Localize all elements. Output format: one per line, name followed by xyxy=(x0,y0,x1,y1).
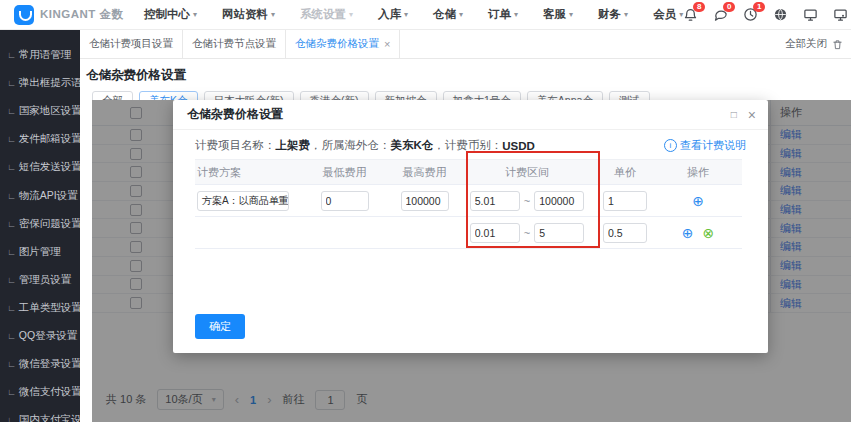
confirm-button[interactable]: 确定 xyxy=(195,314,245,339)
tab-close-icon[interactable]: × xyxy=(384,38,390,50)
col-header-price: 单价 xyxy=(592,165,658,180)
chevron-down-icon: ▾ xyxy=(459,10,463,19)
sidebar-item[interactable]: ∟ QQ登录设置 xyxy=(0,322,80,350)
chevron-down-icon: ▾ xyxy=(514,10,518,19)
col-header-action: 操作 xyxy=(658,165,738,180)
nav-menu-item[interactable]: 入库 ▾ xyxy=(378,7,408,22)
sidebar-item[interactable]: ∟ 发件邮箱设置 xyxy=(0,125,80,153)
currency-label: ，计费币别： xyxy=(433,138,502,153)
tree-branch-icon: ∟ xyxy=(7,331,16,341)
fee-scheme-table: 计费方案 最低费用 最高费用 计费区间 单价 操作 方案A：以商品单重 ▾ ~ xyxy=(195,159,742,249)
nav-menu-item[interactable]: 财务 ▾ xyxy=(598,7,628,22)
clock-badge: 1 xyxy=(753,2,765,12)
sidebar-item[interactable]: ∟ 管理员设置 xyxy=(0,266,80,294)
nav-menu-item[interactable]: 网站资料 ▾ xyxy=(222,7,275,22)
sidebar-item[interactable]: ∟ 国内支付宝设置 xyxy=(0,406,80,422)
page-tab[interactable]: 仓储计费节点设置 xyxy=(183,30,286,58)
add-range-icon[interactable]: ⊕ xyxy=(692,194,704,208)
open-tabs: 仓储计费项目设置 仓储计费节点设置 仓储杂费价格设置 × xyxy=(80,30,400,58)
sidebar-item-label: 管理员设置 xyxy=(19,273,72,287)
sidebar-item[interactable]: ∟ 工单类型设置 xyxy=(0,294,80,322)
brand[interactable]: KINGANT 金数 xyxy=(0,5,132,25)
tree-branch-icon: ∟ xyxy=(7,247,16,257)
tree-branch-icon: ∟ xyxy=(7,134,16,144)
sidebar-item-label: 弹出框提示语管理 xyxy=(19,76,80,90)
range-to-input[interactable] xyxy=(534,223,584,243)
col-header-max: 最高费用 xyxy=(387,165,462,180)
range-to-input[interactable] xyxy=(534,191,584,211)
fee-table-header: 计费方案 最低费用 最高费用 计费区间 单价 操作 xyxy=(195,159,742,185)
close-all-label: 全部关闭 xyxy=(785,37,827,51)
chevron-down-icon: ▾ xyxy=(193,10,197,19)
range-from-input[interactable] xyxy=(470,223,520,243)
sidebar-item-label: 常用语管理 xyxy=(19,48,72,62)
tab-label: 仓储计费节点设置 xyxy=(192,37,276,51)
nav-menu-item[interactable]: 控制中心 ▾ xyxy=(144,7,197,22)
sidebar-item-label: 物流API设置 xyxy=(19,189,78,203)
nav-menu-label: 仓储 xyxy=(433,7,456,22)
workbench-icon[interactable] xyxy=(833,7,848,22)
sidebar-item[interactable]: ∟ 图片管理 xyxy=(0,238,80,266)
sidebar-item[interactable]: ∟ 国家地区设置 xyxy=(0,97,80,125)
item-name-label: 计费项目名称： xyxy=(195,138,276,153)
dialog-title: 仓储杂费价格设置 xyxy=(187,106,283,123)
nav-menu-label: 入库 xyxy=(378,7,401,22)
sidebar-item[interactable]: ∟ 密保问题设置 xyxy=(0,210,80,238)
sidebar-item[interactable]: ∟ 常用语管理 xyxy=(0,41,80,69)
view-billing-help-link[interactable]: 查看计费说明 xyxy=(664,138,746,153)
nav-menu-item[interactable]: 系统设置 ▾ xyxy=(300,7,353,22)
sidebar-item-label: 工单类型设置 xyxy=(19,301,80,315)
page-tab[interactable]: 仓储杂费价格设置 × xyxy=(286,30,400,58)
bell-icon[interactable]: 8 xyxy=(683,7,698,22)
unit-price-input[interactable] xyxy=(603,223,647,243)
clock-icon[interactable]: 1 xyxy=(743,7,758,22)
top-navbar: KINGANT 金数 控制中心 ▾ 网站资料 ▾ 系统设置 ▾ 入库 ▾ xyxy=(0,0,851,30)
sidebar-item-label: 密保问题设置 xyxy=(19,217,80,231)
nav-menu-label: 会员 xyxy=(653,7,676,22)
warehouse-value: 美东K仓 xyxy=(391,138,434,153)
main-menu: 控制中心 ▾ 网站资料 ▾ 系统设置 ▾ 入库 ▾ 仓储 ▾ xyxy=(144,7,683,22)
warehouse-label: ，所属海外仓： xyxy=(310,138,391,153)
unit-price-input[interactable] xyxy=(603,191,647,211)
fee-row-1: 方案A：以商品单重 ▾ ~ ⊕ xyxy=(195,185,742,217)
sidebar-item-label: 国家地区设置 xyxy=(19,104,80,118)
nav-menu-label: 订单 xyxy=(488,7,511,22)
page-tab[interactable]: 仓储计费项目设置 xyxy=(80,30,183,58)
close-icon[interactable]: × xyxy=(748,109,756,121)
tree-branch-icon: ∟ xyxy=(7,78,16,88)
tab-label: 仓储杂费价格设置 xyxy=(295,37,379,51)
item-name-value: 上架费 xyxy=(276,138,311,153)
sidebar-item[interactable]: ∟ 微信支付设置 xyxy=(0,378,80,406)
range-separator: ~ xyxy=(524,195,530,207)
tree-branch-icon: ∟ xyxy=(7,303,16,313)
chevron-down-icon: ▾ xyxy=(271,10,275,19)
close-all-tabs[interactable]: 全部关闭 xyxy=(785,30,851,58)
globe-icon[interactable] xyxy=(773,7,788,22)
tree-branch-icon: ∟ xyxy=(7,106,16,116)
sidebar-item-label: 发件邮箱设置 xyxy=(19,132,80,146)
max-fee-input[interactable] xyxy=(401,191,449,211)
range-separator: ~ xyxy=(524,227,530,239)
info-icon xyxy=(664,139,677,152)
remove-range-icon[interactable]: ⊗ xyxy=(703,226,715,240)
nav-menu-item[interactable]: 会员 ▾ xyxy=(653,7,683,22)
chevron-down-icon: ▾ xyxy=(569,10,573,19)
plan-select[interactable]: 方案A：以商品单重 ▾ xyxy=(197,191,289,211)
maximize-icon[interactable]: □ xyxy=(731,109,737,120)
tree-branch-icon: ∟ xyxy=(7,387,16,397)
sidebar-item[interactable]: ∟ 微信登录设置 xyxy=(0,350,80,378)
nav-menu-item[interactable]: 订单 ▾ xyxy=(488,7,518,22)
range-from-input[interactable] xyxy=(470,191,520,211)
sidebar-item-label: 微信支付设置 xyxy=(19,385,80,399)
chevron-down-icon: ▾ xyxy=(349,10,353,19)
nav-menu-label: 控制中心 xyxy=(144,7,190,22)
nav-menu-item[interactable]: 客服 ▾ xyxy=(543,7,573,22)
sidebar-item[interactable]: ∟ 弹出框提示语管理 xyxy=(0,69,80,97)
add-range-icon[interactable]: ⊕ xyxy=(682,226,694,240)
message-icon[interactable]: 0 xyxy=(713,7,728,22)
nav-menu-item[interactable]: 仓储 ▾ xyxy=(433,7,463,22)
min-fee-input[interactable] xyxy=(321,191,369,211)
sidebar-item[interactable]: ∟ 物流API设置 xyxy=(0,181,80,209)
monitor-icon[interactable] xyxy=(803,7,818,22)
sidebar-item[interactable]: ∟ 短信发送设置 xyxy=(0,153,80,181)
